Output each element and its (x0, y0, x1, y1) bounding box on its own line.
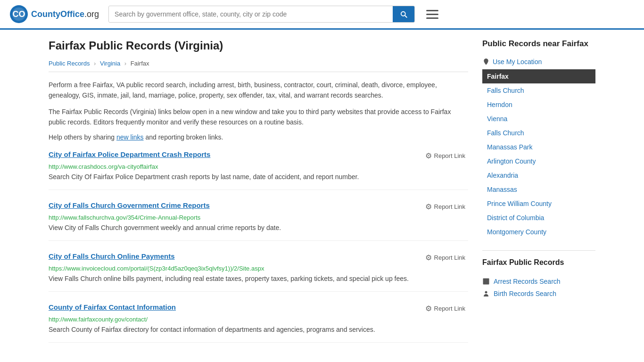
nearby-list-item[interactable]: Vienna (482, 112, 595, 126)
nearby-link[interactable]: Vienna (482, 112, 595, 126)
breadcrumb-virginia[interactable]: Virginia (100, 60, 120, 67)
report-link-button[interactable]: ⚙ Report Link (422, 150, 468, 161)
description-2: The Fairfax Public Records (Virginia) li… (49, 107, 468, 128)
record-item: City of Falls Church Online Payments ⚙ R… (49, 252, 468, 292)
sidebar-record-item[interactable]: Birth Records Search (482, 288, 595, 300)
nearby-link[interactable]: Falls Church (482, 83, 595, 98)
record-description: Search County of Fairfax directory for c… (49, 325, 468, 335)
nearby-list-item[interactable]: District of Columbia (482, 211, 595, 225)
share-text: Help others by sharing (49, 133, 115, 141)
record-title-row: City of Falls Church Government Crime Re… (49, 201, 468, 212)
sidebar: Public Records near Fairfax Use My Locat… (482, 39, 595, 354)
description-1: Perform a free Fairfax, VA public record… (49, 80, 468, 101)
nearby-link[interactable]: Manassas (482, 182, 595, 197)
main-layout: Fairfax Public Records (Virginia) Public… (39, 30, 605, 362)
nearby-link[interactable]: District of Columbia (482, 211, 595, 225)
breadcrumb: Public Records › Virginia › Fairfax (49, 60, 468, 72)
nearby-list: FairfaxFalls ChurchHerndonViennaFalls Ch… (482, 69, 595, 239)
record-item: City of Fairfax Police Department Crash … (49, 150, 468, 190)
logo-icon: CO (9, 5, 28, 24)
square-icon (482, 278, 490, 285)
unlink-icon: ⚙ (425, 253, 432, 262)
person-icon (482, 290, 490, 297)
record-title-link[interactable]: City of Falls Church Government Crime Re… (49, 201, 210, 209)
logo-area: CO CountyOffice.org (9, 5, 99, 24)
breadcrumb-public-records[interactable]: Public Records (49, 60, 90, 67)
sidebar-record-link[interactable]: Arrest Records Search (494, 278, 561, 285)
nearby-link[interactable]: Falls Church (482, 126, 595, 140)
nearby-list-item[interactable]: Falls Church (482, 126, 595, 140)
site-header: CO CountyOffice.org (0, 0, 644, 30)
nearby-link[interactable]: Fairfax (482, 69, 595, 83)
nearby-link[interactable]: Manassas Park (482, 140, 595, 154)
sidebar-record-link[interactable]: Birth Records Search (494, 290, 556, 297)
svg-point-5 (485, 291, 487, 294)
use-location-link[interactable]: Use My Location (482, 58, 595, 66)
svg-rect-4 (483, 279, 489, 285)
record-title-link[interactable]: City of Fairfax Police Department Crash … (49, 150, 210, 158)
search-input[interactable] (109, 7, 393, 22)
nearby-link[interactable]: Arlington County (482, 154, 595, 168)
record-item: City of Falls Church Government Crime Re… (49, 201, 468, 241)
menu-bar (426, 14, 438, 15)
record-url: http://www.fairfaxcounty.gov/contact/ (49, 316, 468, 323)
report-link-button[interactable]: ⚙ Report Link (422, 303, 468, 314)
nearby-list-item[interactable]: Herndon (482, 98, 595, 112)
nearby-link[interactable]: Prince William County (482, 197, 595, 211)
nearby-list-item[interactable]: Alexandria (482, 168, 595, 182)
unlink-icon: ⚙ (425, 202, 432, 211)
nearby-link[interactable]: Alexandria (482, 168, 595, 182)
records-container: City of Fairfax Police Department Crash … (49, 150, 468, 343)
search-button[interactable] (393, 6, 414, 22)
report-link-label: Report Link (434, 305, 465, 312)
sidebar-records-list: Arrest Records Search Birth Records Sear… (482, 275, 595, 300)
record-title-row: County of Fairfax Contact Information ⚙ … (49, 303, 468, 314)
nearby-link[interactable]: Montgomery County (482, 225, 595, 239)
nearby-list-item[interactable]: Fairfax (482, 69, 595, 83)
share-suffix-text: and reporting broken links. (145, 133, 223, 141)
unlink-icon: ⚙ (425, 304, 432, 313)
record-title-row: City of Falls Church Online Payments ⚙ R… (49, 252, 468, 263)
record-description: View Falls Church online bills payment, … (49, 274, 468, 284)
report-link-label: Report Link (434, 152, 465, 159)
record-title-row: City of Fairfax Police Department Crash … (49, 150, 468, 161)
sidebar-record-item[interactable]: Arrest Records Search (482, 275, 595, 288)
menu-bar (426, 10, 438, 11)
new-links-link[interactable]: new links (116, 133, 144, 141)
page-title: Fairfax Public Records (Virginia) (49, 39, 468, 52)
nearby-list-item[interactable]: Falls Church (482, 83, 595, 98)
breadcrumb-sep: › (94, 60, 96, 67)
sidebar-records-title: Fairfax Public Records (482, 250, 595, 271)
location-icon (482, 58, 490, 66)
breadcrumb-sep: › (124, 60, 126, 67)
use-location-label: Use My Location (493, 58, 542, 66)
record-url: https://www.invoicecloud.com/portal/(S(z… (49, 265, 468, 272)
sidebar-nearby-title: Public Records near Fairfax (482, 39, 595, 52)
nearby-link[interactable]: Herndon (482, 98, 595, 112)
search-icon (399, 10, 408, 18)
record-item: County of Fairfax Contact Information ⚙ … (49, 303, 468, 343)
report-link-label: Report Link (434, 203, 465, 210)
menu-bar (426, 17, 438, 19)
breadcrumb-current: Fairfax (131, 60, 149, 67)
nearby-list-item[interactable]: Montgomery County (482, 225, 595, 239)
svg-text:CO: CO (13, 9, 25, 19)
record-url: http://www.crashdocs.org/va-cityoffairfa… (49, 163, 468, 170)
main-content: Fairfax Public Records (Virginia) Public… (49, 39, 468, 354)
record-title-link[interactable]: City of Falls Church Online Payments (49, 252, 175, 260)
search-area[interactable] (108, 6, 415, 23)
logo-text: CountyOffice.org (31, 9, 99, 19)
unlink-icon: ⚙ (425, 151, 432, 160)
nearby-list-item[interactable]: Arlington County (482, 154, 595, 168)
nearby-list-item[interactable]: Manassas (482, 182, 595, 197)
record-title-link[interactable]: County of Fairfax Contact Information (49, 303, 176, 311)
nearby-list-item[interactable]: Manassas Park (482, 140, 595, 154)
report-link-label: Report Link (434, 254, 465, 261)
report-link-button[interactable]: ⚙ Report Link (422, 201, 468, 212)
record-url: http://www.fallschurchva.gov/354/Crime-A… (49, 214, 468, 221)
report-link-button[interactable]: ⚙ Report Link (422, 252, 468, 263)
menu-button[interactable] (424, 8, 440, 21)
nearby-list-item[interactable]: Prince William County (482, 197, 595, 211)
share-line: Help others by sharing new links and rep… (49, 133, 468, 141)
record-description: Search City Of Fairfax Police Department… (49, 172, 468, 182)
